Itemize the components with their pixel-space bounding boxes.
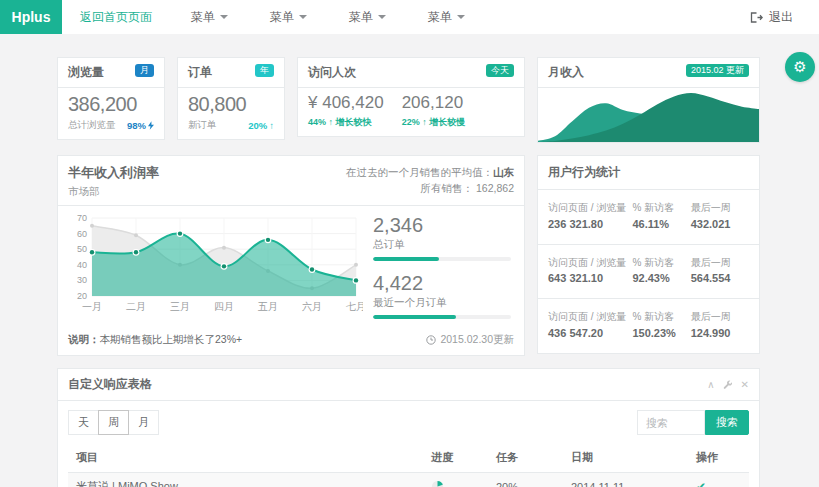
chart-side-stats: 2,346 总订单 4,422 最近一个月订单	[373, 212, 511, 330]
us-label-last-week: 最后一周	[691, 256, 749, 270]
nav-menu-1[interactable]: 菜单	[170, 0, 249, 34]
month-orders-progress	[373, 315, 511, 319]
month-orders-progress-fill	[373, 315, 456, 319]
chart-title: 半年收入利润率	[68, 164, 159, 182]
top-navbar: Hplus 返回首页页面 菜单 菜单 菜单 菜单 退出	[0, 0, 819, 34]
chart-meta-line2: 所有销售：	[421, 182, 474, 194]
stat-cards-row: 浏览量 月 386,200 总计浏览量 98% 订单	[57, 57, 760, 143]
nav-menu-1-label: 菜单	[191, 9, 215, 26]
chart-updated-text: 2015.02.30更新	[440, 333, 514, 347]
search-button[interactable]: 搜索	[705, 410, 749, 435]
us-value-pages: 236 321.80	[548, 218, 632, 230]
svg-text:20: 20	[77, 291, 87, 301]
date-cell: 2014.11.11	[563, 473, 688, 487]
us-label-last-week: 最后一周	[691, 201, 749, 215]
chart-updated: 2015.02.30更新	[426, 333, 514, 347]
us-value-last-week: 124.990	[691, 327, 749, 339]
svg-text:六月: 六月	[302, 301, 322, 312]
chart-note-text: 本期销售额比上期增长了23%+	[100, 333, 243, 345]
svg-text:70: 70	[77, 213, 87, 223]
user-stats-row: 访问页面 / 浏览量 643 321.10 % 新访客 92.43% 最后一周 …	[538, 245, 759, 300]
nav-menu-4[interactable]: 菜单	[407, 0, 486, 34]
arrow-up-icon: ↑	[329, 117, 334, 127]
half-year-chart-card: 半年收入利润率 市场部 在过去的一个月销售的平均值：山东 所有销售： 162,8…	[57, 155, 525, 356]
col-action: 操作	[688, 443, 749, 473]
clock-icon	[426, 335, 436, 345]
sign-out-icon	[750, 12, 763, 23]
income-badge: 2015.02 更新	[686, 64, 749, 77]
orders-label: 新订单	[188, 119, 217, 132]
svg-text:30: 30	[77, 275, 87, 285]
tab-week[interactable]: 周	[98, 410, 129, 435]
us-label-new-visitors: % 新访客	[632, 201, 690, 215]
views-label: 总计浏览量	[68, 119, 116, 132]
settings-toggle-button[interactable]: ⚙	[785, 52, 815, 82]
svg-text:一月: 一月	[82, 301, 102, 312]
chevron-down-icon	[378, 15, 386, 19]
visits-left-note: 增长较快	[336, 117, 372, 127]
search-group: 搜索	[637, 410, 749, 435]
task-cell: 20%	[488, 473, 563, 487]
us-value-last-week: 432.021	[691, 218, 749, 230]
views-stat: 98%	[127, 120, 146, 131]
svg-text:50: 50	[77, 244, 87, 254]
tab-month[interactable]: 月	[128, 410, 159, 435]
chart-note: 说明：本期销售额比上期增长了23%+	[68, 333, 242, 347]
projects-table: 项目 进度 任务 日期 操作 米莫说 | MiMO Show	[68, 443, 749, 487]
us-label-last-week: 最后一周	[691, 310, 749, 324]
wrench-icon[interactable]	[723, 380, 733, 390]
card-tools: ∧ ✕	[707, 379, 749, 390]
user-stats-title: 用户行为统计	[548, 164, 620, 181]
visits-right-block: 206,120 22% ↑ 增长较慢	[402, 93, 466, 129]
logout-label: 退出	[769, 9, 793, 26]
progress-cell	[423, 473, 488, 487]
nav-menu-2[interactable]: 菜单	[249, 0, 328, 34]
table-row: 米莫说 | MiMO Show 20% 2014.11.11 ✔	[68, 473, 749, 487]
col-project: 项目	[68, 443, 423, 473]
total-orders-label: 总订单	[373, 238, 511, 252]
chart-meta-line1: 在过去的一个月销售的平均值：	[346, 166, 493, 178]
total-orders-progress-fill	[373, 257, 439, 261]
total-orders-value: 2,346	[373, 214, 511, 237]
arrow-up-icon: ↑	[422, 117, 427, 127]
chart-meta-region: 山东	[493, 166, 514, 178]
chart-meta: 在过去的一个月销售的平均值：山东 所有销售： 162,862	[346, 164, 514, 197]
us-label-pages: 访问页面 / 浏览量	[548, 310, 632, 324]
chart-card-heading: 半年收入利润率 市场部	[68, 164, 159, 199]
project-cell: 米莫说 | MiMO Show	[68, 473, 423, 487]
user-stats-row: 访问页面 / 浏览量 436 547.20 % 新访客 150.23% 最后一周…	[538, 299, 759, 353]
tab-day[interactable]: 天	[68, 410, 99, 435]
nav-menu-3-label: 菜单	[349, 9, 373, 26]
nav-home-link[interactable]: 返回首页页面	[62, 0, 170, 34]
us-value-pages: 643 321.10	[548, 272, 632, 284]
table-row-wrap: 自定义响应表格 ∧ ✕ 天 周 月	[57, 368, 760, 487]
svg-text:七月: 七月	[346, 301, 363, 312]
total-orders-progress	[373, 257, 511, 261]
us-label-pages: 访问页面 / 浏览量	[548, 256, 632, 270]
chart-subtitle: 市场部	[68, 185, 159, 199]
us-value-new-visitors: 46.11%	[632, 218, 690, 230]
navbar-right: 退出	[750, 0, 819, 34]
gear-icon: ⚙	[793, 58, 806, 76]
visits-left-block: ¥ 406,420 44% ↑ 增长较快	[308, 93, 384, 129]
nav-menu-3[interactable]: 菜单	[328, 0, 407, 34]
views-card-title: 浏览量	[68, 64, 104, 81]
svg-text:四月: 四月	[214, 301, 234, 312]
bolt-icon	[148, 121, 154, 130]
close-icon[interactable]: ✕	[741, 379, 749, 390]
us-value-new-visitors: 150.23%	[632, 327, 690, 339]
logout-link[interactable]: 退出	[750, 9, 793, 26]
collapse-icon[interactable]: ∧	[707, 379, 714, 390]
chart-note-label: 说明：	[68, 333, 100, 345]
month-orders-value: 4,422	[373, 272, 511, 295]
views-card: 浏览量 月 386,200 总计浏览量 98%	[57, 57, 165, 140]
check-icon[interactable]: ✔	[696, 480, 706, 487]
progress-pie-icon	[431, 480, 444, 487]
user-stats-row: 访问页面 / 浏览量 236 321.80 % 新访客 46.11% 最后一周 …	[538, 190, 759, 245]
nav-menu-2-label: 菜单	[270, 9, 294, 26]
middle-row: 半年收入利润率 市场部 在过去的一个月销售的平均值：山东 所有销售： 162,8…	[57, 155, 760, 356]
svg-text:三月: 三月	[170, 301, 190, 312]
period-tabs: 天 周 月	[68, 410, 158, 435]
search-input[interactable]	[637, 410, 705, 435]
brand-logo[interactable]: Hplus	[0, 0, 62, 34]
